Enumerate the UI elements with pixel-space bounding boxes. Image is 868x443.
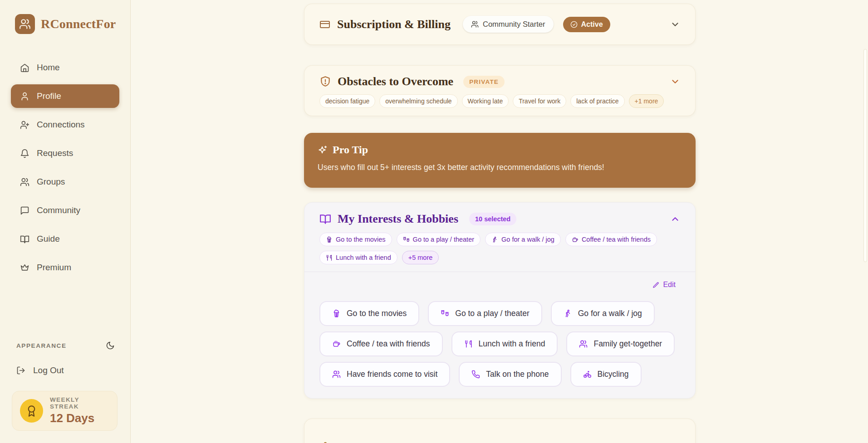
popcorn-icon (326, 236, 333, 243)
users-icon (579, 340, 588, 348)
users-icon (20, 177, 29, 187)
sidebar-item-label: Community (37, 205, 80, 215)
walk-icon (564, 309, 572, 318)
interest-option-lunch-with-a-friend[interactable]: Lunch with a friend (451, 331, 558, 356)
sidebar-item-label: Home (37, 63, 60, 73)
interest-option-bicycling[interactable]: Bicycling (570, 362, 642, 387)
app-logo[interactable]: RConnectFor (15, 14, 116, 34)
interest-chip: Go to a play / theater (397, 233, 481, 246)
app-title: RConnectFor (41, 17, 116, 31)
sparkles-icon (318, 145, 328, 155)
interest-option-have-friends-come-to-visit[interactable]: Have friends come to visit (319, 362, 450, 387)
interest-option-go-to-a-play-theater[interactable]: Go to a play / theater (428, 301, 542, 326)
interests-collapse-button[interactable] (670, 214, 680, 224)
obstacles-card: Obstacles to Overcome PRIVATE decision f… (304, 65, 696, 116)
obstacles-expand-button[interactable] (670, 77, 680, 87)
sidebar-item-profile[interactable]: Profile (11, 84, 119, 108)
obstacles-title: Obstacles to Overcome (338, 75, 453, 88)
private-badge: PRIVATE (463, 76, 505, 88)
edit-interests-button[interactable]: Edit (652, 281, 676, 289)
scrollbar-thumb[interactable] (863, 49, 867, 262)
user-plus-icon (20, 120, 29, 130)
walk-icon (491, 236, 498, 243)
sidebar-item-guide[interactable]: Guide (11, 227, 119, 251)
sidebar-item-label: Requests (37, 148, 73, 158)
status-badge: Active (563, 17, 610, 32)
book-open-icon (20, 234, 29, 244)
users-icon (332, 370, 341, 379)
logout-icon (16, 366, 25, 375)
sidebar-item-community[interactable]: Community (11, 199, 119, 222)
logout-label: Log Out (33, 365, 64, 375)
obstacle-chip: overwhelming schedule (379, 94, 457, 108)
interest-option-talk-on-the-phone[interactable]: Talk on the phone (459, 362, 561, 387)
preferences-card: Preferences (304, 419, 696, 443)
moon-icon (106, 341, 115, 350)
interests-card: My Interests & Hobbies 10 selected Go to… (304, 202, 696, 399)
subscription-title: Subscription & Billing (337, 18, 451, 31)
sidebar-item-groups[interactable]: Groups (11, 170, 119, 194)
interests-title: My Interests & Hobbies (338, 212, 458, 226)
home-icon (20, 63, 29, 73)
obstacle-chip: Travel for work (513, 94, 566, 108)
streak-label: WEEKLY STREAK (50, 396, 109, 410)
interests-body: Edit Go to the movies Go to a play / the… (304, 272, 695, 394)
interest-option-go-for-a-walk-jog[interactable]: Go for a walk / jog (551, 301, 655, 326)
plan-badge: Community Starter (463, 16, 554, 33)
pro-tip-body: Users who fill out 5+ interests get 3x b… (318, 163, 682, 172)
streak-badge (20, 399, 43, 423)
preferences-title: Preferences (338, 441, 396, 443)
chevron-down-icon (670, 77, 680, 87)
dark-mode-toggle[interactable] (106, 341, 115, 350)
logout-button[interactable]: Log Out (16, 365, 64, 375)
check-circle-icon (570, 21, 578, 28)
sidebar-item-home[interactable]: Home (11, 56, 119, 79)
sidebar-item-label: Groups (37, 177, 65, 187)
edit-label: Edit (663, 281, 676, 289)
interest-chip: Lunch with a friend (319, 251, 397, 264)
interests-more-chip[interactable]: +5 more (402, 251, 439, 264)
plan-badge-label: Community Starter (483, 20, 545, 29)
obstacles-more-chip[interactable]: +1 more (629, 94, 664, 108)
sidebar-item-label: Profile (37, 91, 61, 101)
main-content: Subscription & Billing Community Starter… (131, 0, 868, 443)
appearance-row: APPEARANCE (16, 341, 115, 350)
sidebar-item-premium[interactable]: Premium (11, 256, 119, 279)
sidebar: RConnectFor Home Profile Connections Req… (0, 0, 131, 443)
interest-chip: Coffee / tea with friends (565, 233, 657, 246)
sidebar-item-label: Connections (37, 120, 85, 130)
chevron-down-icon (670, 19, 680, 29)
pencil-icon (652, 282, 659, 288)
phone-icon (471, 370, 480, 379)
interest-option-coffee-tea-with-friends[interactable]: Coffee / tea with friends (319, 331, 443, 356)
user-icon (20, 92, 29, 101)
sidebar-item-connections[interactable]: Connections (11, 113, 119, 136)
theater-icon (441, 309, 449, 318)
obstacle-chip: Working late (462, 94, 509, 108)
appearance-label: APPEARANCE (16, 342, 67, 349)
sidebar-item-label: Guide (37, 234, 60, 244)
interests-chip-list: Go to the movies Go to a play / theater … (319, 233, 680, 264)
status-badge-label: Active (581, 20, 603, 29)
message-icon (20, 206, 29, 215)
sidebar-item-label: Premium (37, 263, 71, 273)
pro-tip-title: Pro Tip (333, 144, 368, 156)
interest-option-family-get-together[interactable]: Family get-together (566, 331, 675, 356)
award-icon (25, 405, 38, 417)
sidebar-item-requests[interactable]: Requests (11, 141, 119, 165)
obstacle-chip: lack of practice (570, 94, 624, 108)
weekly-streak-card: WEEKLY STREAK 12 Days (12, 391, 118, 431)
interests-count-badge: 10 selected (469, 213, 516, 225)
bell-icon (20, 149, 29, 158)
subscription-expand-button[interactable] (670, 19, 680, 29)
interest-option-go-to-the-movies[interactable]: Go to the movies (319, 301, 419, 326)
scrollbar-track (863, 0, 868, 443)
interest-chip: Go to the movies (319, 233, 392, 246)
shield-alert-icon (319, 76, 331, 88)
app-logo-icon (15, 14, 35, 34)
credit-card-icon (319, 19, 330, 30)
interest-chip: Go for a walk / jog (485, 233, 561, 246)
crown-icon (20, 263, 29, 273)
sidebar-nav: Home Profile Connections Requests Groups… (11, 56, 119, 279)
bicycle-icon (583, 370, 592, 379)
